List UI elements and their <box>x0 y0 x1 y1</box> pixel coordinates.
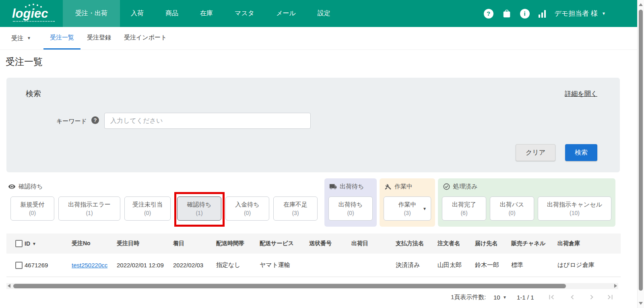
status-button-working[interactable]: 作業中 (3) ▼ <box>384 196 431 221</box>
column-header-recipient[interactable]: 届け先名 <box>475 234 497 254</box>
column-header-order-no[interactable]: 受注No <box>72 234 91 254</box>
cell-orderer: 山田太郎 <box>438 254 462 277</box>
status-button-new[interactable]: 新規受付 (0) <box>10 196 54 221</box>
nav-item-inventory[interactable]: 在庫 <box>189 0 224 27</box>
status-button-ship-instruction-error[interactable]: 出荷指示エラー (1) <box>58 196 120 221</box>
cell-warehouse: はぴロジ倉庫 <box>557 254 594 277</box>
chevron-down-icon: ▼ <box>27 36 31 40</box>
horizontal-scrollbar-thumb[interactable] <box>13 284 566 288</box>
status-button-awaiting-payment[interactable]: 入金待ち (0) <box>225 196 269 221</box>
column-header-id[interactable]: ID ▼ <box>25 234 36 254</box>
group-header-pending: 確認待ち <box>8 183 43 190</box>
status-button-awaiting-confirmation[interactable]: 確認待ち (1) <box>177 196 221 221</box>
next-page-button[interactable] <box>586 291 597 303</box>
vertical-scrollbar[interactable] <box>637 0 644 308</box>
orders-table: ID ▼ 受注No 受注日時 着日 配送時間帯 配送サービス 送状番号 出荷日 … <box>6 234 621 277</box>
bag-icon[interactable] <box>502 9 511 18</box>
scroll-right-arrow-icon[interactable] <box>614 284 617 288</box>
status-button-unallocated[interactable]: 受注未引当 (0) <box>124 196 171 221</box>
status-button-shipped[interactable]: 出荷完了 (6) <box>442 196 486 221</box>
group-header-working: 作業中 <box>384 183 413 190</box>
help-icon[interactable]: ? <box>484 9 493 19</box>
column-header-tracking-no[interactable]: 送状番号 <box>309 234 332 254</box>
user-menu[interactable]: デモ担当者 様 ▼ <box>555 9 606 18</box>
nav-item-master[interactable]: マスタ <box>224 0 265 27</box>
cell-channel: 標準 <box>511 254 523 277</box>
group-header-awaiting-shipment: 出荷待ち <box>329 183 364 190</box>
nav-item-products[interactable]: 商品 <box>155 0 189 27</box>
status-button-ship-instruction-cancel[interactable]: 出荷指示キャンセル (10) <box>538 196 611 221</box>
first-page-button[interactable] <box>546 291 557 303</box>
truck-icon <box>329 183 337 190</box>
tab-order-register[interactable]: 受注登録 <box>80 27 118 50</box>
last-page-button[interactable] <box>605 291 616 303</box>
per-page-label: 1頁表示件数: <box>451 292 486 302</box>
keyword-label: キーワード <box>51 118 87 125</box>
column-header-orderer[interactable]: 注文者名 <box>438 234 460 254</box>
first-page-icon <box>547 293 556 302</box>
chevron-down-icon[interactable]: ▼ <box>423 207 427 211</box>
previous-page-button[interactable] <box>567 291 578 303</box>
subnav-bar: 受注 ▼ 受注一覧 受注登録 受注インポート <box>0 27 637 50</box>
cell-order-no: test250220cc <box>72 254 107 277</box>
column-header-channel[interactable]: 販売チャネル <box>511 234 545 254</box>
column-header-ship-date[interactable]: 出荷日 <box>351 234 368 254</box>
column-header-arrival-date[interactable]: 着日 <box>173 234 184 254</box>
scroll-up-arrow-icon[interactable] <box>639 3 643 6</box>
search-heading: 検索 <box>26 89 41 99</box>
scroll-down-arrow-icon[interactable] <box>639 302 643 305</box>
page: logiec 受注・出荷 入荷 商品 在庫 マスタ メール 設定 ? i デモ担… <box>0 0 644 308</box>
main-nav: 受注・出荷 入荷 商品 在庫 マスタ メール 設定 <box>63 0 341 27</box>
group-header-processed: 処理済み <box>443 183 477 190</box>
logo-tagline <box>13 21 55 22</box>
search-button[interactable]: 検索 <box>565 144 597 161</box>
last-page-icon <box>606 293 615 302</box>
cell-arrival-date: 2022/02/03 <box>173 254 203 277</box>
nav-item-mail[interactable]: メール <box>265 0 307 27</box>
column-header-order-datetime[interactable]: 受注日時 <box>117 234 139 254</box>
user-name: デモ担当者 様 <box>555 9 598 18</box>
nav-item-settings[interactable]: 設定 <box>307 0 341 27</box>
row-checkbox[interactable] <box>15 262 23 269</box>
cell-recipient: 鈴木一郎 <box>475 254 499 277</box>
eye-icon <box>8 183 16 190</box>
chevron-left-icon <box>568 293 577 302</box>
nav-item-orders-shipping[interactable]: 受注・出荷 <box>63 0 120 27</box>
column-header-delivery-service[interactable]: 配送サービス <box>260 234 294 254</box>
subnav-tabs: 受注一覧 受注登録 受注インポート <box>43 27 173 50</box>
sort-desc-icon[interactable]: ▼ <box>32 242 36 246</box>
status-button-ship-pass[interactable]: 出荷パス (0) <box>490 196 534 221</box>
vertical-scrollbar-thumb[interactable] <box>639 10 643 291</box>
chevron-right-icon <box>587 293 596 302</box>
section-dropdown[interactable]: 受注 ▼ <box>11 27 31 50</box>
pagination-range: 1-1 / 1 <box>517 292 534 302</box>
logo-text: logiec <box>12 6 48 21</box>
select-all-checkbox[interactable] <box>15 240 23 247</box>
status-group-awaiting-shipment: 出荷待ち 出荷待ち (0) <box>324 178 377 227</box>
tab-order-list[interactable]: 受注一覧 <box>43 27 80 50</box>
info-icon[interactable]: i <box>520 9 530 19</box>
chevron-down-icon: ▼ <box>602 12 606 16</box>
page-title: 受注一覧 <box>6 56 43 68</box>
column-header-payment[interactable]: 支払方法名 <box>396 234 424 254</box>
keyword-help-icon[interactable]: ? <box>91 116 99 124</box>
cell-id: 4671269 <box>25 254 48 277</box>
tab-order-import[interactable]: 受注インポート <box>118 27 173 50</box>
order-no-link[interactable]: test250220cc <box>72 262 107 269</box>
open-details-link[interactable]: 詳細を開く <box>565 90 597 98</box>
per-page-select[interactable]: 10 <box>493 292 500 302</box>
keyword-input[interactable] <box>104 113 311 129</box>
scroll-left-arrow-icon[interactable] <box>8 284 10 288</box>
nav-item-receiving[interactable]: 入荷 <box>120 0 155 27</box>
chevron-down-icon[interactable]: ▼ <box>503 292 507 302</box>
stats-bars-icon[interactable] <box>539 10 546 18</box>
horizontal-scrollbar[interactable] <box>6 283 618 289</box>
status-group-processed: 処理済み 出荷完了 (6) 出荷パス (0) 出荷指示キャンセル (10) <box>438 178 615 227</box>
status-button-out-of-stock[interactable]: 在庫不足 (3) <box>273 196 318 221</box>
clear-button[interactable]: クリア <box>516 144 555 161</box>
column-header-warehouse[interactable]: 出荷倉庫 <box>557 234 580 254</box>
brand-logo[interactable]: logiec <box>0 0 63 27</box>
status-button-awaiting-shipment[interactable]: 出荷待ち (0) <box>328 196 373 221</box>
cell-order-datetime: 2022/02/01 12:09 <box>117 254 164 277</box>
column-header-delivery-time[interactable]: 配送時間帯 <box>216 234 244 254</box>
